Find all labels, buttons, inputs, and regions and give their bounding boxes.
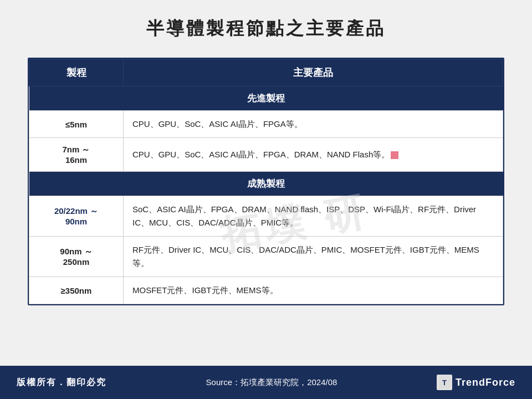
product-7-16nm: CPU、GPU、SoC、ASIC AI晶片、FPGA、DRAM、NAND Fla… xyxy=(124,138,503,172)
trendforce-icon: T xyxy=(437,375,452,390)
process-5nm: ≤5nm xyxy=(29,111,124,138)
table-row: 20/22nm ～90nm SoC、ASIC AI晶片、FPGA、DRAM、NA… xyxy=(29,196,503,237)
table-header-row: 製程 主要產品 xyxy=(29,59,503,86)
process-20-90nm: 20/22nm ～90nm xyxy=(29,196,124,237)
footer-source: Source：拓墣產業研究院，2024/08 xyxy=(206,377,337,388)
section-header-advanced: 先進製程 xyxy=(29,86,503,111)
product-350nm: MOSFET元件、IGBT元件、MEMS等。 xyxy=(124,277,503,304)
section-header-mature: 成熟製程 xyxy=(29,172,503,196)
svg-text:T: T xyxy=(442,378,447,387)
main-table-wrapper: 拓墣 研 製程 主要產品 先進製程 ≤5nm CPU、GPU、SoC、ASIC … xyxy=(28,58,504,305)
table-row: 7nm ～16nm CPU、GPU、SoC、ASIC AI晶片、FPGA、DRA… xyxy=(29,138,503,172)
process-7-16nm: 7nm ～16nm xyxy=(29,138,124,172)
page-title: 半導體製程節點之主要產品 xyxy=(146,17,386,41)
main-content: 半導體製程節點之主要產品 拓墣 研 製程 主要產品 先進製程 ≤5nm CPU、… xyxy=(0,0,532,366)
table-row: ≥350nm MOSFET元件、IGBT元件、MEMS等。 xyxy=(29,277,503,304)
trendforce-logo: T TrendForce xyxy=(437,375,515,390)
trendforce-name: TrendForce xyxy=(456,377,515,388)
pink-marker xyxy=(391,151,398,159)
main-table: 製程 主要產品 先進製程 ≤5nm CPU、GPU、SoC、ASIC AI晶片、… xyxy=(29,59,503,304)
advanced-section-label: 先進製程 xyxy=(29,86,503,111)
product-5nm: CPU、GPU、SoC、ASIC AI晶片、FPGA等。 xyxy=(124,111,503,138)
product-90-250nm: RF元件、Driver IC、MCU、CIS、DAC/ADC晶片、PMIC、MO… xyxy=(124,237,503,277)
mature-section-label: 成熟製程 xyxy=(29,172,503,196)
footer-copyright: 版權所有．翻印必究 xyxy=(17,377,106,388)
table-row: ≤5nm CPU、GPU、SoC、ASIC AI晶片、FPGA等。 xyxy=(29,111,503,138)
header-products: 主要產品 xyxy=(124,59,503,86)
process-350nm: ≥350nm xyxy=(29,277,124,304)
trendforce-logo-svg: T xyxy=(438,376,451,388)
product-20-90nm: SoC、ASIC AI晶片、FPGA、DRAM、NAND flash、ISP、D… xyxy=(124,196,503,237)
table-row: 90nm ～250nm RF元件、Driver IC、MCU、CIS、DAC/A… xyxy=(29,237,503,277)
process-90-250nm: 90nm ～250nm xyxy=(29,237,124,277)
header-process: 製程 xyxy=(29,59,124,86)
footer: 版權所有．翻印必究 Source：拓墣產業研究院，2024/08 T Trend… xyxy=(0,366,532,399)
